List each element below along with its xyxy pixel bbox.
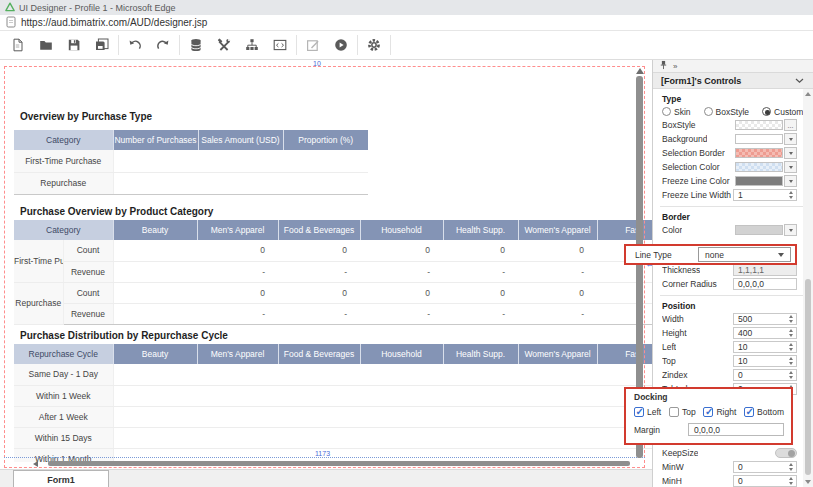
radio-icon	[762, 107, 771, 116]
save-button[interactable]	[65, 36, 83, 54]
dock-checkbox-top[interactable]: Top	[669, 407, 696, 417]
divider	[660, 295, 806, 296]
tools-button[interactable]	[215, 36, 233, 54]
radio-icon	[704, 107, 713, 116]
field-label: Color	[662, 225, 682, 235]
spinner-value: 500	[738, 314, 752, 324]
type-radio-row: SkinBoxStyleCustom	[653, 105, 813, 118]
zindex-spinner[interactable]: 0	[733, 369, 797, 381]
redo-button[interactable]	[154, 36, 172, 54]
minh-spinner[interactable]: 0	[733, 475, 797, 487]
dock-checkbox-left[interactable]: Left	[634, 407, 661, 417]
toolbar-group	[2, 35, 119, 55]
checkbox-icon	[669, 407, 679, 417]
panel-scroll-up-arrow[interactable]	[805, 92, 811, 96]
left-spinner[interactable]: 10	[733, 341, 797, 353]
undo-button[interactable]	[126, 36, 144, 54]
field-label: Margin	[634, 425, 660, 435]
minw-spinner[interactable]: 0	[733, 461, 797, 473]
new-document-button[interactable]	[9, 36, 27, 54]
database-button[interactable]	[187, 36, 205, 54]
type-radio-boxstyle[interactable]: BoxStyle	[704, 107, 750, 117]
freeze-line-color-swatch[interactable]	[735, 176, 783, 186]
panel-header[interactable]: [Form1]'s Controls	[653, 72, 813, 89]
checkbox-icon	[634, 407, 644, 417]
canvas-scroll-left-arrow[interactable]	[33, 461, 38, 467]
panel-scroll-thumb[interactable]	[805, 279, 811, 475]
border-color-dropdown-button[interactable]	[784, 224, 797, 236]
field-label: Left	[662, 342, 676, 352]
sitemap-button[interactable]	[243, 36, 261, 54]
spinner-value: 400	[738, 328, 752, 338]
form-bottom-guide	[4, 457, 645, 458]
selection-border-row: Selection Border	[653, 146, 813, 160]
height-spinner[interactable]: 400	[733, 327, 797, 339]
field-label: KeepSize	[662, 448, 698, 458]
border-section-title: Border	[653, 211, 813, 223]
open-folder-button[interactable]	[37, 36, 55, 54]
width-spinner[interactable]: 500	[733, 313, 797, 325]
page-icon	[6, 16, 16, 30]
boxstyle-row: BoxStyle ...	[653, 118, 813, 132]
corner-radius-input[interactable]: 0,0,0,0	[733, 278, 797, 290]
run-button[interactable]	[332, 36, 350, 54]
height-row: Height 400	[653, 326, 813, 340]
panel-scroll-down-arrow[interactable]	[805, 480, 811, 484]
dock-checkbox-right[interactable]: Right	[703, 407, 736, 417]
selection-color-dropdown-button[interactable]	[784, 161, 797, 173]
docking-section-title: Docking	[634, 392, 784, 402]
coord-marker-bottom: 1173	[315, 450, 330, 457]
toolbar-group	[358, 35, 391, 55]
background-row: Background	[653, 132, 813, 146]
pin-icon[interactable]	[659, 60, 668, 72]
panel-scrollbar[interactable]	[803, 89, 813, 487]
selection-color-row: Selection Color	[653, 160, 813, 174]
margin-input[interactable]: 0,0,0,0	[688, 423, 784, 436]
settings-button[interactable]	[365, 36, 383, 54]
selection-border-swatch[interactable]	[735, 148, 783, 158]
top-spinner[interactable]: 10	[733, 355, 797, 367]
form-tab[interactable]: Form1	[13, 470, 109, 487]
selection-border	[4, 66, 645, 468]
collapse-icon[interactable]: »	[673, 62, 677, 71]
keepsize-row: KeepSize	[653, 446, 813, 460]
selection-color-swatch[interactable]	[735, 162, 783, 172]
toolbar-group	[180, 35, 297, 55]
field-label: Selection Border	[662, 148, 725, 158]
code-view-button[interactable]	[271, 36, 289, 54]
boxstyle-more-button[interactable]: ...	[784, 119, 797, 131]
address-bar[interactable]: https://aud.bimatrix.com/AUD/designer.js…	[0, 15, 813, 31]
border-color-swatch[interactable]	[735, 225, 783, 235]
field-label: MinH	[662, 476, 682, 486]
type-label: Type	[653, 93, 813, 105]
line-type-value: none	[705, 250, 724, 260]
selection-border-dropdown-button[interactable]	[784, 147, 797, 159]
freeze-line-width-spinner[interactable]: 1	[733, 189, 797, 201]
field-label: Corner Radius	[662, 279, 717, 289]
line-type-callout: Line Type none	[624, 244, 797, 265]
canvas-scroll-up-arrow[interactable]	[636, 68, 644, 74]
field-label: Top	[662, 356, 676, 366]
checkbox-label: Top	[682, 407, 696, 417]
boxstyle-swatch[interactable]	[735, 120, 783, 130]
edit-button[interactable]	[304, 36, 322, 54]
checkbox-label: Right	[716, 407, 736, 417]
canvas-horizontal-scrollbar[interactable]	[48, 461, 630, 466]
thickness-input[interactable]: 1,1,1,1	[733, 264, 797, 276]
toolbar	[0, 31, 813, 60]
line-type-select[interactable]: none	[698, 247, 791, 262]
divider	[660, 206, 806, 207]
thickness-row: Thickness 1,1,1,1	[653, 263, 813, 277]
keepsize-toggle[interactable]	[775, 448, 797, 458]
type-radio-skin[interactable]: Skin	[662, 107, 691, 117]
design-canvas[interactable]: 10 744 1173 Overview by Purchase Type Ca…	[0, 60, 652, 487]
minw-row: MinW 0	[653, 460, 813, 474]
background-swatch[interactable]	[735, 134, 783, 144]
background-dropdown-button[interactable]	[784, 133, 797, 145]
type-radio-custom[interactable]: Custom	[762, 107, 803, 117]
field-label: Selection Color	[662, 162, 720, 172]
dock-checkbox-bottom[interactable]: Bottom	[744, 407, 784, 417]
freeze-line-color-dropdown-button[interactable]	[784, 175, 797, 187]
field-label: Line Type	[635, 250, 672, 260]
save-all-button[interactable]	[93, 36, 111, 54]
